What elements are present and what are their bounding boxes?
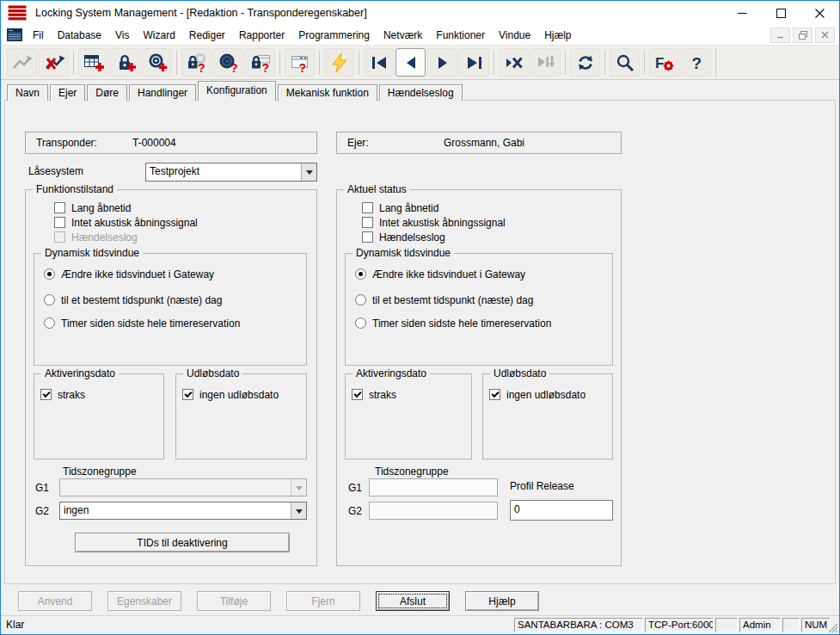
menu-rediger[interactable]: Rediger [182, 27, 232, 44]
mdi-minimize-button[interactable] [770, 28, 790, 43]
afslut-button[interactable]: Afslut [376, 591, 450, 611]
svg-text:F: F [655, 55, 664, 71]
radio-circle[interactable] [44, 268, 55, 280]
new-lock-button[interactable] [110, 48, 140, 77]
tids-til-deaktivering-button[interactable]: TIDs til deaktivering [75, 533, 290, 552]
tab-ejer[interactable]: Ejer [50, 84, 85, 101]
read-lock-card-button[interactable]: ? [245, 48, 275, 77]
tab-bar: Navn Ejer Døre Handlinger Konfiguration … [7, 81, 464, 101]
checkbox-box[interactable] [489, 389, 500, 400]
group-udloebsdato: Udløbsdato [175, 373, 307, 459]
chevron-down-icon[interactable] [291, 502, 306, 519]
checkbox-box[interactable] [362, 231, 373, 243]
read-transponder-button[interactable]: ? [213, 48, 243, 77]
help-button[interactable]: ? [681, 48, 711, 77]
network-test-button[interactable]: ? [285, 48, 315, 77]
refresh-button[interactable] [570, 48, 600, 77]
status-checkbox-straks[interactable]: straks [352, 388, 396, 401]
close-button[interactable] [800, 1, 839, 25]
tab-mekanisk-funktion[interactable]: Mekanisk funktion [278, 84, 377, 101]
status-group-aktiveringsdato: Aktiveringsdato [345, 373, 472, 459]
status-g2-label: G2 [348, 505, 362, 517]
last-record-button[interactable] [459, 48, 489, 77]
checkbox-box[interactable] [362, 217, 373, 228]
transponder-label: Transponder: [26, 137, 132, 149]
first-record-button[interactable] [364, 48, 394, 77]
status-radio-bestemt-tidspunkt[interactable]: til et bestemt tidspunkt (næste) dag [355, 293, 533, 306]
radio-aendre-ikke[interactable]: Ændre ikke tidsvinduet i Gateway [44, 268, 214, 281]
menu-vindue[interactable]: Vindue [492, 27, 537, 44]
menu-fil[interactable]: Fil [26, 27, 51, 44]
mdi-close-button[interactable] [815, 28, 835, 43]
checkbox-intet-akustisk[interactable]: Intet akustisk åbningssignal [54, 216, 198, 229]
status-checkbox-haendelseslog[interactable]: Hændelseslog [362, 231, 445, 244]
menu-netvaerk[interactable]: Netværk [377, 27, 429, 44]
checkbox-straks[interactable]: straks [40, 388, 85, 401]
locking-system-combobox[interactable]: Testprojekt [145, 163, 317, 182]
logout-button[interactable] [39, 48, 69, 77]
checkbox-box[interactable] [362, 202, 373, 213]
checkbox-lang-aabnetid[interactable]: Lang åbnetid [54, 201, 131, 214]
radio-circle[interactable] [44, 294, 55, 305]
menu-wizard[interactable]: Wizard [137, 27, 182, 44]
tab-navn[interactable]: Navn [7, 84, 48, 101]
tab-doere[interactable]: Døre [87, 84, 127, 101]
status-checkbox-intet-akustisk[interactable]: Intet akustisk åbningssignal [362, 216, 506, 229]
profil-release-field[interactable]: 0 [510, 500, 613, 521]
new-lock-icon [115, 52, 136, 73]
filter-settings-button[interactable]: F [649, 48, 679, 77]
window-question-icon: ? [290, 52, 310, 73]
checkbox-box[interactable] [40, 389, 52, 400]
menu-vis[interactable]: Vis [108, 27, 136, 44]
radio-timer-siden[interactable]: Timer siden sidste hele timereservation [44, 317, 240, 330]
mdi-restore-button[interactable] [793, 28, 812, 43]
programming-button[interactable] [324, 48, 354, 77]
read-lock-button[interactable]: ? [181, 48, 212, 77]
status-com-port: SANTABARBARA : COM3 [514, 618, 643, 632]
checkbox-box[interactable] [352, 389, 363, 400]
refresh-icon [575, 52, 596, 73]
toolbar-separator [319, 51, 320, 75]
radio-bestemt-tidspunkt[interactable]: til et bestemt tidspunkt (næste) dag [44, 293, 222, 306]
read-lock-icon: ? [187, 52, 207, 73]
hjaelp-button[interactable]: Hjælp [465, 591, 539, 611]
chevron-down-icon[interactable] [301, 163, 316, 181]
new-transponder-button[interactable] [142, 48, 172, 77]
menu-rapporter[interactable]: Rapporter [232, 27, 291, 44]
status-checkbox-lang-aabnetid[interactable]: Lang åbnetid [362, 201, 438, 214]
previous-record-icon [401, 52, 421, 73]
record-apply-button [530, 48, 561, 77]
resize-grip-icon[interactable] [826, 621, 838, 633]
new-locking-system-button[interactable] [78, 48, 108, 77]
status-checkbox-ingen-udloebsdato[interactable]: ingen udløbsdato [489, 388, 586, 401]
checkbox-ingen-udloebsdato[interactable]: ingen udløbsdato [182, 388, 279, 401]
tab-handlinger[interactable]: Handlinger [129, 84, 196, 101]
menu-funktioner[interactable]: Funktioner [429, 27, 492, 44]
search-button[interactable] [610, 48, 640, 77]
record-cancel-button[interactable] [499, 48, 529, 77]
checkbox-haendelseslog: Hændelseslog [54, 231, 138, 244]
menu-hjaelp[interactable]: Hjælp [537, 27, 578, 44]
checkbox-box [54, 231, 65, 243]
radio-circle[interactable] [355, 268, 366, 280]
status-radio-aendre-ikke[interactable]: Ændre ikke tidsvinduet i Gateway [355, 268, 525, 281]
menu-database[interactable]: Database [51, 27, 108, 44]
menu-programmering[interactable]: Programmering [291, 27, 377, 44]
read-transponder-icon: ? [218, 52, 239, 73]
tab-haendelseslog[interactable]: Hændelseslog [379, 84, 463, 101]
status-radio-timer-siden[interactable]: Timer siden sidste hele timereservation [355, 317, 551, 330]
checkbox-box[interactable] [182, 389, 193, 400]
svg-text:?: ? [230, 60, 238, 73]
checkbox-box[interactable] [54, 202, 65, 213]
g2-combobox[interactable]: ingen [59, 502, 307, 520]
tab-konfiguration[interactable]: Konfiguration [198, 81, 276, 101]
previous-record-button[interactable] [395, 48, 426, 77]
maximize-button[interactable] [762, 1, 800, 25]
minimize-button[interactable] [723, 1, 762, 25]
status-g1-label: G1 [348, 482, 362, 494]
next-record-button[interactable] [427, 48, 457, 77]
checkbox-box[interactable] [54, 217, 65, 228]
radio-circle[interactable] [355, 318, 366, 329]
radio-circle[interactable] [44, 318, 55, 329]
radio-circle[interactable] [355, 294, 366, 305]
